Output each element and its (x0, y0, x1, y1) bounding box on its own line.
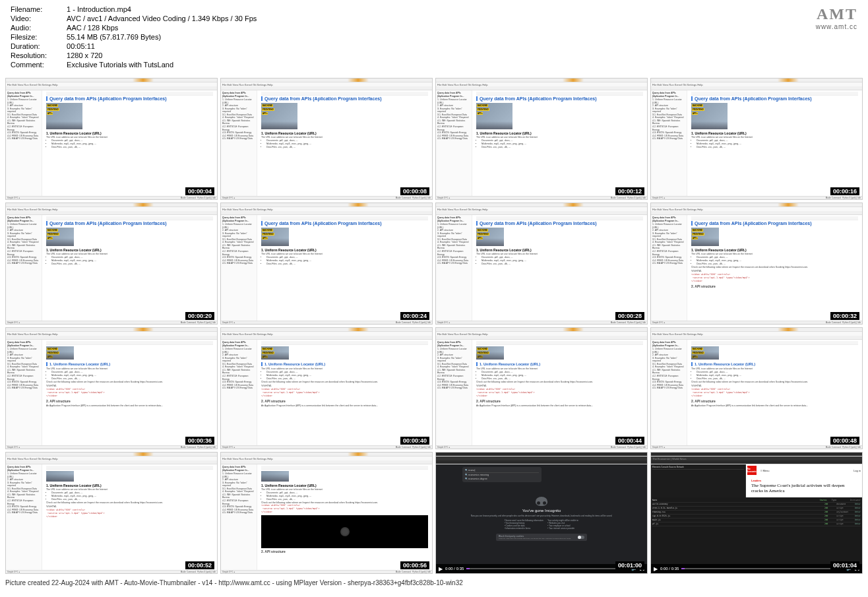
thumbnail-3: File Edit View Run Kernel Git Settings H… (650, 78, 863, 200)
statusbar: Simple 0 § 1 ●Mode: Command Python 3 (ip… (651, 321, 862, 324)
notebook-content: BACKENDFRONTENDAPI's 1. Uniform Resource… (687, 340, 862, 445)
progress-track[interactable] (681, 568, 844, 569)
comment-label: Comment: (11, 61, 67, 70)
thumbnail-9: File Edit View Run Kernel Git Settings H… (220, 327, 433, 449)
timestamp: 00:00:56 (400, 561, 429, 569)
notebook-content: Query data from APIs (Aplication Program… (42, 90, 217, 196)
thumbnail-5: File Edit View Run Kernel Git Settings H… (220, 203, 433, 325)
timestamp: 00:01:00 (615, 561, 644, 569)
duration-value: 00:05:11 (67, 42, 257, 51)
play-time: 0:00 / 0:35 (445, 567, 464, 571)
notebook-sidebar: Query data from APIs (Aplication Program… (6, 90, 42, 196)
play-icon[interactable]: ▶ (439, 566, 443, 572)
main-heading: Query data from APIs (Aplication Program… (261, 96, 428, 101)
main-heading: Query data from APIs (Aplication Program… (46, 96, 213, 101)
thumbnail-7: File Edit View Run Kernel Git Settings H… (650, 203, 863, 325)
header: Filename:1 - Introduction.mp4 Video:AVC … (0, 0, 868, 75)
toggle-switch[interactable] (578, 536, 584, 539)
notebook-sidebar: Query data from APIs (Aplication Program… (651, 215, 687, 321)
notebook-content: BACKENDFRONTENDAPI's 1. Uniform Resource… (42, 340, 217, 445)
thumbnail-12: File Edit View Run Kernel Git Settings H… (5, 452, 218, 574)
timestamp: 00:01:04 (830, 561, 859, 569)
main-heading: Query data from APIs (Aplication Program… (46, 221, 213, 226)
login-button[interactable]: Log in (853, 469, 861, 472)
metadata-table: Filename:1 - Introduction.mp4 Video:AVC … (11, 5, 257, 70)
notebook-content: Query data from APIs (Aplication Program… (257, 90, 432, 196)
thumbnail-1: File Edit View Run Kernel Git Settings H… (220, 78, 433, 200)
thumbnail-6: File Edit View Run Kernel Git Settings H… (435, 203, 648, 325)
thumbnail-8: File Edit View Run Kernel Git Settings H… (5, 327, 218, 449)
notebook-content: 1. Uniform Resource Locator (URL) The UR… (257, 464, 432, 570)
timestamp: 00:00:32 (830, 312, 859, 320)
video-embed (261, 515, 428, 548)
notebook-sidebar: Query data from APIs (Aplication Program… (6, 215, 42, 321)
timestamp: 00:00:40 (400, 437, 429, 445)
timestamp: 00:00:44 (615, 437, 644, 445)
statusbar: Simple 0 § 1 ●Mode: Command Python 3 (ip… (6, 196, 217, 199)
notebook-content: Query data from APIs (Aplication Program… (472, 215, 647, 321)
logo: AMT www.amt.cc (816, 5, 857, 70)
thumbnail-0: File Edit View Run Kernel Git Settings H… (5, 78, 218, 200)
footer: Picture created 22-Aug-2024 with AMT - A… (0, 577, 868, 589)
statusbar: Simple 0 § 1 ●Mode: Command Python 3 (ip… (651, 445, 862, 449)
thumbnail-15: The Economist | World News Elements Cons… (650, 452, 863, 574)
thumbnail-11: File Edit View Run Kernel Git Settings H… (650, 327, 863, 449)
economist-page: Elements Console Sources Network TheEcon… (651, 464, 862, 573)
audio-value: AAC / 128 Kbps (67, 24, 257, 33)
timestamp: 00:00:20 (185, 312, 214, 320)
filename-label: Filename: (11, 5, 67, 15)
thumbnail-14: 🔍 econo| 🔍 economics meaning 🔍 economics… (435, 452, 648, 574)
notebook-content: Query data from APIs (Aplication Program… (472, 90, 647, 196)
logo-url: www.amt.cc (816, 23, 857, 30)
thumbnail-2: File Edit View Run Kernel Git Settings H… (435, 78, 648, 200)
progress-track[interactable] (466, 568, 629, 569)
notebook-content: Query data from APIs (Aplication Program… (42, 215, 217, 321)
thumbnail-10: File Edit View Run Kernel Git Settings H… (435, 327, 648, 449)
timestamp: 00:00:48 (830, 437, 859, 445)
thumbnail-grid: File Edit View Run Kernel Git Settings H… (0, 75, 868, 577)
timestamp: 00:00:08 (400, 187, 429, 195)
timestamp: 00:00:52 (185, 561, 214, 569)
notebook-sidebar: Query data from APIs (Aplication Program… (6, 340, 42, 445)
statusbar: Simple 0 § 1 ●Mode: Command Python 3 (ip… (651, 196, 862, 199)
filesize-label: Filesize: (11, 33, 67, 42)
notebook-sidebar: Query data from APIs (Aplication Program… (221, 464, 257, 570)
economist-logo: TheEconomist (747, 466, 757, 475)
audio-label: Audio: (11, 24, 67, 33)
notebook-sidebar: Query data from APIs (Aplication Program… (6, 464, 42, 570)
resolution-label: Resolution: (11, 51, 67, 61)
timestamp: 00:00:28 (615, 312, 644, 320)
statusbar: Simple 0 § 1 ●Mode: Command Python 3 (ip… (436, 445, 647, 449)
incognito-icon (536, 497, 547, 506)
notebook-sidebar: Query data from APIs (Aplication Program… (221, 90, 257, 196)
headline: The Supreme Court's judicial activism wi… (751, 483, 857, 494)
statusbar: Simple 0 § 1 ●Mode: Command Python 3 (ip… (436, 321, 647, 324)
notebook-image: BACKENDFRONTENDAPI's (46, 103, 82, 129)
statusbar: Simple 0 § 1 ●Mode: Command Python 3 (ip… (6, 445, 217, 449)
main-heading: Query data from APIs (Aplication Program… (476, 96, 643, 101)
notebook-content: Query data from APIs (Aplication Program… (257, 215, 432, 321)
menu-button[interactable]: ≡ Menu (760, 469, 769, 472)
notebook-content: 1. Uniform Resource Locator (URL) The UR… (42, 464, 217, 570)
thumbnail-13: File Edit View Run Kernel Git Settings H… (220, 452, 433, 574)
video-value: AVC / avc1 / Advanced Video Coding / 1.3… (67, 15, 257, 24)
timestamp: 00:00:16 (830, 187, 859, 195)
play-icon[interactable]: ▶ (654, 566, 658, 572)
duration-label: Duration: (11, 42, 67, 51)
notebook-sidebar: Query data from APIs (Aplication Program… (436, 215, 472, 321)
incognito-title: You've gone Incognito (522, 509, 561, 513)
notebook-sidebar: Query data from APIs (Aplication Program… (651, 90, 687, 196)
notebook-content: BACKENDFRONTENDAPI's 1. Uniform Resource… (472, 340, 647, 445)
main-heading: Query data from APIs (Aplication Program… (261, 221, 428, 226)
cookie-toggle[interactable]: Block third-party cookiesWhen on, sites … (496, 534, 587, 541)
notebook-image: BACKENDFRONTENDAPI's (691, 103, 728, 129)
main-heading: Query data from APIs (Aplication Program… (691, 96, 858, 101)
logo-text: AMT (816, 5, 857, 23)
notebook-sidebar: Query data from APIs (Aplication Program… (436, 340, 472, 445)
notebook-content: Query data from APIs (Aplication Program… (687, 90, 862, 196)
filesize-value: 55.14 MB (57.817.769 Bytes) (67, 33, 257, 42)
timestamp: 00:00:12 (615, 187, 644, 195)
statusbar: Simple 0 § 1 ●Mode: Command Python 3 (ip… (221, 445, 432, 449)
statusbar: Simple 0 § 1 ●Mode: Command Python 3 (ip… (221, 570, 432, 573)
timestamp: 00:00:36 (185, 437, 214, 445)
